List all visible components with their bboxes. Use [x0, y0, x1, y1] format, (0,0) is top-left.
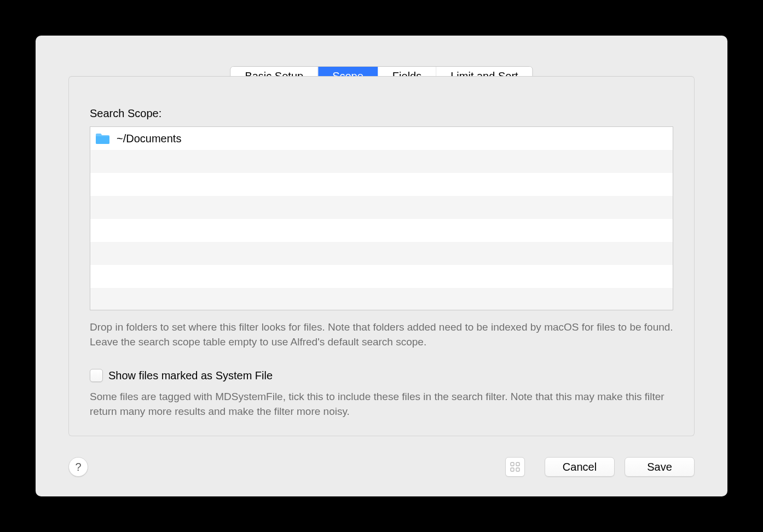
table-cell-path: ~/Documents [117, 132, 181, 145]
table-row[interactable] [90, 150, 673, 173]
table-row[interactable] [90, 265, 673, 288]
table-row[interactable] [90, 242, 673, 265]
folder-icon [95, 132, 110, 144]
save-button[interactable]: Save [625, 457, 695, 477]
system-file-hint-text: Some files are tagged with MDSystemFile,… [90, 390, 673, 419]
grid-icon-button[interactable] [505, 457, 525, 477]
svg-rect-0 [511, 462, 514, 466]
table-row[interactable]: ~/Documents [90, 127, 673, 150]
grid-icon [510, 462, 520, 472]
table-row[interactable] [90, 196, 673, 219]
system-file-row: Show files marked as System File [90, 369, 673, 382]
bottom-bar: ? Cancel Save [68, 456, 695, 478]
svg-rect-2 [511, 468, 514, 471]
cancel-button[interactable]: Cancel [545, 457, 615, 477]
system-file-label: Show files marked as System File [108, 369, 273, 382]
system-file-checkbox[interactable] [90, 369, 103, 382]
svg-rect-1 [516, 462, 519, 466]
table-row[interactable] [90, 288, 673, 310]
search-scope-table[interactable]: ~/Documents [90, 126, 673, 310]
help-button[interactable]: ? [68, 457, 88, 477]
search-scope-heading: Search Scope: [90, 107, 673, 120]
scope-hint-text: Drop in folders to set where this filter… [90, 320, 673, 349]
table-row[interactable] [90, 173, 673, 196]
svg-rect-3 [516, 468, 519, 471]
scope-panel: Search Scope: ~/Documents Drop in folder… [68, 76, 695, 436]
table-row[interactable] [90, 219, 673, 242]
preferences-window: Basic Setup Scope Fields Limit and Sort … [36, 36, 727, 496]
